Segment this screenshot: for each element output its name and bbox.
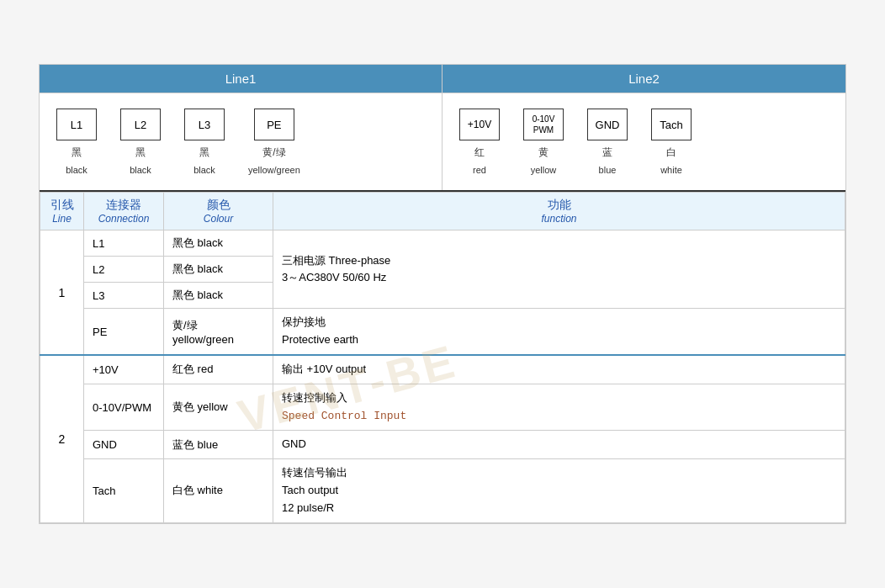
color-L2: 黑色 black — [164, 257, 273, 283]
th-line-cn: 引线 — [49, 198, 75, 213]
wire-item-pwm: 0-10VPWM 黄 yellow — [523, 109, 564, 175]
table-body: 1 L1 黑色 black 三相电源 Three-phase3～AC380V 5… — [40, 230, 845, 522]
table-row: 1 L1 黑色 black 三相电源 Three-phase3～AC380V 5… — [40, 230, 845, 257]
conn-L1: L1 — [84, 230, 164, 257]
color-GND: 蓝色 blue — [164, 431, 273, 459]
wire-item-GND: GND 蓝 blue — [587, 109, 628, 175]
line-num-1: 1 — [40, 230, 84, 355]
header-line1: Line1 — [40, 65, 442, 93]
conn-10V: +10V — [84, 355, 164, 384]
th-func-cn: 功能 — [282, 198, 836, 213]
table-row: Tach 白色 white 转速信号输出Tach output12 pulse/… — [40, 459, 845, 522]
wire-box-Tach: Tach — [651, 109, 692, 140]
line-num-2: 2 — [40, 355, 84, 522]
table-row: 2 +10V 红色 red 输出 +10V output — [40, 355, 845, 384]
wire-box-L3: L3 — [184, 109, 225, 140]
func-PE: 保护接地Protective earth — [273, 309, 845, 355]
diagram-line2: +10V 红 red 0-10VPWM 黄 yellow GND 蓝 blue … — [442, 93, 845, 190]
header-line2: Line2 — [442, 65, 845, 93]
color-L1: 黑色 black — [164, 230, 273, 257]
line2-header-label: Line2 — [628, 72, 660, 86]
conn-L3: L3 — [84, 283, 164, 309]
conn-Tach: Tach — [84, 459, 164, 522]
conn-PE: PE — [84, 309, 164, 355]
wire-item-L3: L3 黑 black — [184, 109, 225, 175]
func-line1-power: 三相电源 Three-phase3～AC380V 50/60 Hz — [273, 230, 845, 309]
color-10V: 红色 red — [164, 355, 273, 384]
func-pwm-code: Speed Control Input — [282, 410, 406, 422]
header-row: Line1 Line2 — [40, 65, 845, 93]
wire-box-L2: L2 — [120, 109, 161, 140]
func-10V: 输出 +10V output — [273, 355, 845, 384]
conn-L2: L2 — [84, 257, 164, 283]
color-pwm: 黄色 yellow — [164, 384, 273, 431]
wire-box-pwm: 0-10VPWM — [523, 109, 564, 140]
wire-box-PE: PE — [254, 109, 294, 140]
func-Tach: 转速信号输出Tach output12 pulse/R — [273, 459, 845, 522]
wire-item-PE: PE 黄/绿 yellow/green — [248, 109, 300, 175]
th-line: 引线 Line — [40, 193, 84, 230]
th-line-en: Line — [49, 213, 75, 225]
line1-header-label: Line1 — [225, 72, 257, 86]
color-PE: 黄/绿yellow/green — [164, 309, 273, 355]
wire-item-L1: L1 黑 black — [56, 109, 97, 175]
th-func: 功能 function — [273, 193, 845, 230]
wire-box-GND: GND — [587, 109, 628, 140]
table-row: PE 黄/绿yellow/green 保护接地Protective earth — [40, 309, 845, 355]
conn-GND: GND — [84, 431, 164, 459]
table-row: 0-10V/PWM 黄色 yellow 转速控制输入 Speed Control… — [40, 384, 845, 431]
wire-box-10V: +10V — [459, 109, 500, 140]
main-container: Line1 Line2 L1 黑 black L2 黑 black L3 黑 — [39, 64, 846, 523]
wire-item-Tach: Tach 白 white — [651, 109, 692, 175]
func-GND: GND — [273, 431, 845, 459]
main-table: 引线 Line 连接器 Connection 颜色 Colour 功能 func… — [40, 192, 845, 522]
diagram-row: L1 黑 black L2 黑 black L3 黑 black PE 黄/绿 … — [40, 93, 845, 192]
th-conn: 连接器 Connection — [84, 193, 164, 230]
table-row: GND 蓝色 blue GND — [40, 431, 845, 459]
th-conn-cn: 连接器 — [93, 198, 155, 213]
color-Tach: 白色 white — [164, 459, 273, 522]
conn-pwm: 0-10V/PWM — [84, 384, 164, 431]
th-color-en: Colour — [172, 213, 264, 225]
wire-box-L1: L1 — [56, 109, 97, 140]
th-conn-en: Connection — [93, 213, 155, 225]
table-section: 引线 Line 连接器 Connection 颜色 Colour 功能 func… — [40, 192, 845, 522]
table-header-row: 引线 Line 连接器 Connection 颜色 Colour 功能 func… — [40, 193, 845, 230]
th-color: 颜色 Colour — [164, 193, 273, 230]
color-L3: 黑色 black — [164, 283, 273, 309]
wire-item-10V: +10V 红 red — [459, 109, 500, 175]
th-color-cn: 颜色 — [172, 198, 264, 213]
th-func-en: function — [282, 213, 836, 225]
func-pwm: 转速控制输入 Speed Control Input — [273, 384, 845, 431]
diagram-line1: L1 黑 black L2 黑 black L3 黑 black PE 黄/绿 … — [40, 93, 442, 190]
wire-item-L2: L2 黑 black — [120, 109, 161, 175]
